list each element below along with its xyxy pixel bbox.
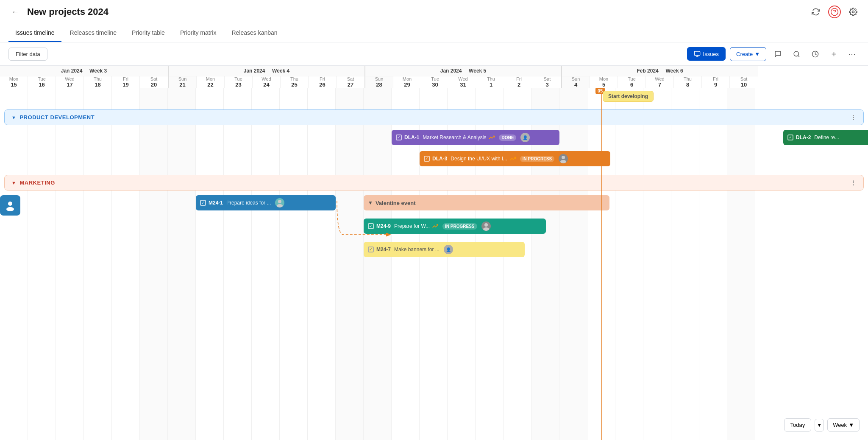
tab-releases-timeline[interactable]: Releases timeline <box>63 24 124 42</box>
week6-label: Feb 2024 Week 6 <box>562 66 758 76</box>
issue-bar-m249[interactable]: ✓ M24-9 Prepare for W... IN PROGRESS <box>364 219 546 234</box>
issue-bar-dla2[interactable]: ✓ DLA-2 Define re... <box>783 130 868 145</box>
day-cell-fri26: Fri26 <box>309 76 337 88</box>
clock-icon-button[interactable] <box>808 47 822 61</box>
help-icon[interactable] <box>828 6 841 18</box>
tab-issues-timeline[interactable]: Issues timeline <box>8 24 61 42</box>
issue-bar-dla3[interactable]: ✓ DLA-3 Design the UI/UX with l... IN PR… <box>420 151 610 166</box>
issue-label-m249: Prepare for W... <box>394 223 430 229</box>
svg-line-7 <box>798 55 799 56</box>
tab-priority-matrix[interactable]: Priority matrix <box>173 24 223 42</box>
trending-icon-dla3 <box>510 156 516 162</box>
check-icon-dla1: ✓ <box>396 135 402 140</box>
timeline-body: 05 Start developing ▼ PRODUCT DEVELOPMEN… <box>0 88 868 440</box>
day-cell-thu25: Thu25 <box>281 76 309 88</box>
filter-data-button[interactable]: Filter data <box>8 48 47 61</box>
group-label-product: PRODUCT DEVELOPMENT <box>19 114 95 121</box>
svg-point-14 <box>6 207 14 211</box>
issue-bar-m247[interactable]: ✓ M24-7 Make banners for ... 👤 <box>364 242 525 257</box>
week-5-group: Jan 2024 Week 5 Sun28 Mon29 Tue30 Wed31 … <box>365 66 562 88</box>
status-badge-m249: IN PROGRESS <box>442 223 477 230</box>
day-cell-mon29: Mon29 <box>393 76 421 88</box>
day-cell-wed17: Wed17 <box>56 76 84 88</box>
day-cell-sun4: Sun4 <box>562 76 590 88</box>
create-button[interactable]: Create ▼ <box>730 47 766 61</box>
timeline-container: Jan 2024 Week 3 Mon15 Tue16 Wed17 Thu18 … <box>0 66 868 440</box>
expand-icon-button[interactable] <box>826 47 841 61</box>
group-more-options-marketing[interactable]: ⋮ <box>851 179 857 186</box>
today-marker: 05 <box>601 88 602 440</box>
issue-label-dla3: Design the UI/UX with l... <box>451 156 507 162</box>
chevron-down-icon: ▼ <box>11 115 16 120</box>
week-dropdown-button[interactable]: Week ▼ <box>827 418 860 432</box>
svg-point-13 <box>8 202 12 206</box>
issue-id-dla1: DLA-1 <box>404 135 419 140</box>
tabs-bar: Issues timeline Releases timeline Priori… <box>0 24 868 42</box>
day-cell-fri9: Fri9 <box>702 76 730 88</box>
day-cell-thu18: Thu18 <box>84 76 112 88</box>
check-icon-dla3: ✓ <box>424 156 430 162</box>
avatar-dla3 <box>559 154 568 163</box>
issue-bar-dla1[interactable]: ✓ DLA-1 Market Research & Analysis DONE … <box>392 130 559 145</box>
issue-id-m247: M24-7 <box>376 247 391 252</box>
search-icon-button[interactable] <box>789 47 804 61</box>
week4-label: Jan 2024 Week 4 <box>169 66 364 76</box>
chevron-down-icon-marketing: ▼ <box>11 180 16 185</box>
day-cell-thu1: Thu1 <box>477 76 505 88</box>
svg-point-12 <box>560 160 566 163</box>
comment-icon-button[interactable] <box>771 47 785 61</box>
sync-icon[interactable] <box>810 6 822 18</box>
issue-label-dla1: Market Research & Analysis <box>423 135 486 140</box>
issue-bar-m24-1[interactable]: ✓ M24-1 Prepare ideas for ... <box>196 195 336 210</box>
svg-point-18 <box>484 223 488 227</box>
group-header-product[interactable]: ▼ PRODUCT DEVELOPMENT ⋮ <box>4 109 864 125</box>
group-marketing: ▼ MARKETING ⋮ ✓ M24-1 Prepare ideas <box>0 175 868 262</box>
svg-point-2 <box>852 11 854 13</box>
day-cell-tue30: Tue30 <box>421 76 449 88</box>
trending-icon-m249 <box>432 223 438 229</box>
product-issues-row2: ✓ DLA-3 Design the UI/UX with l... IN PR… <box>0 148 868 171</box>
day-cell-sun21: Sun21 <box>169 76 197 88</box>
tab-priority-table[interactable]: Priority table <box>125 24 172 42</box>
issue-id-m249: M24-9 <box>376 223 391 229</box>
issues-button[interactable]: Issues <box>687 47 726 61</box>
check-icon-dla2: ✓ <box>787 135 793 140</box>
day-cell-sat3: Sat3 <box>533 76 561 88</box>
check-icon-m247: ✓ <box>368 247 374 252</box>
day-cell-tue23: Tue23 <box>225 76 253 88</box>
valentine-event-group[interactable]: ▼ Valentine event <box>364 195 609 210</box>
issue-label-m241: Prepare ideas for ... <box>226 200 271 206</box>
svg-point-16 <box>277 204 283 207</box>
more-options-button[interactable]: ⋯ <box>845 47 860 61</box>
page-title: New projects 2024 <box>27 6 804 17</box>
settings-icon[interactable] <box>847 6 860 18</box>
week3-label: Jan 2024 Week 3 <box>0 66 168 76</box>
day-cell-thu8: Thu8 <box>674 76 702 88</box>
timeline-header: Jan 2024 Week 3 Mon15 Tue16 Wed17 Thu18 … <box>0 66 868 88</box>
start-developing-milestone: Start developing <box>603 91 654 102</box>
tab-releases-kanban[interactable]: Releases kanban <box>225 24 284 42</box>
week-4-group: Jan 2024 Week 4 Sun21 Mon22 Tue23 Wed24 … <box>169 66 365 88</box>
group-header-marketing[interactable]: ▼ MARKETING ⋮ <box>4 175 864 191</box>
marketing-row1: ✓ M24-1 Prepare ideas for ... <box>0 192 868 216</box>
day-cell-tue6: Tue6 <box>618 76 646 88</box>
chevron-valentine: ▼ <box>368 200 373 206</box>
back-button[interactable]: ← <box>8 5 22 19</box>
day-cell-mon22: Mon22 <box>197 76 225 88</box>
marketing-row2: ✓ M24-9 Prepare for W... IN PROGRESS <box>0 216 868 239</box>
header-icons <box>810 6 860 18</box>
bottom-controls: Today ▼ Week ▼ <box>784 418 860 432</box>
svg-rect-3 <box>694 51 700 55</box>
today-button[interactable]: Today <box>784 418 812 432</box>
status-badge-dla1: DONE <box>499 135 516 141</box>
toolbar: Filter data Issues Create ▼ ⋯ <box>0 42 868 66</box>
group-more-options-product[interactable]: ⋮ <box>851 114 857 121</box>
day-cell-sun28: Sun28 <box>365 76 393 88</box>
issue-id-dla3: DLA-3 <box>432 156 447 162</box>
week-6-group: Feb 2024 Week 6 Sun4 Mon5 Tue6 Wed7 Thu8… <box>562 66 758 88</box>
today-dropdown-arrow[interactable]: ▼ <box>815 419 824 432</box>
day-cell-fri19: Fri19 <box>112 76 140 88</box>
marketing-row3: ✓ M24-7 Make banners for ... 👤 <box>0 239 868 262</box>
header: ← New projects 2024 <box>0 0 868 24</box>
issues-icon <box>694 50 701 57</box>
